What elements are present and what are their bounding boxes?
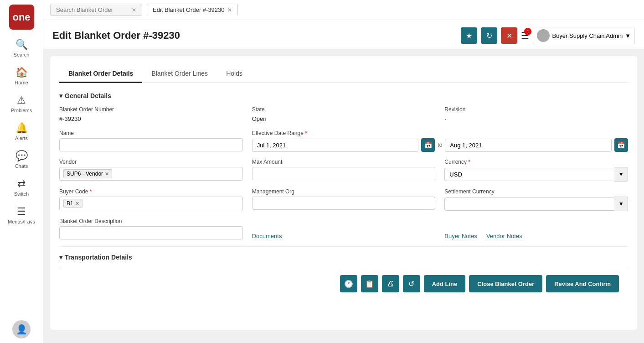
print-button[interactable]: 🖨	[382, 275, 399, 292]
app-logo[interactable]: one	[9, 5, 34, 30]
blanket-order-desc-input[interactable]	[59, 226, 243, 239]
management-org-label: Management Org	[252, 188, 436, 195]
page-title: Edit Blanket Order #-39230	[52, 30, 180, 42]
buyer-code-tag: B1 ✕	[63, 199, 82, 208]
header-actions: ★ ↻ ✕ ☰ 1 Buyer Supply Chain Admin ▼	[461, 27, 635, 44]
settlement-currency-input[interactable]	[444, 197, 614, 211]
tab-blanket-order-lines[interactable]: Blanket Order Lines	[142, 65, 217, 83]
revision-label: Revision	[444, 106, 628, 113]
close-button[interactable]: ✕	[501, 27, 517, 44]
active-tab[interactable]: Edit Blanket Order #-39230 ✕	[147, 4, 238, 16]
tab-blanket-order-details[interactable]: Blanket Order Details	[59, 65, 142, 83]
transport-chevron-icon: ▾	[59, 254, 62, 261]
notification-badge: 1	[524, 28, 531, 35]
field-notes: Buyer Notes Vendor Notes	[444, 218, 628, 239]
copy-button[interactable]: 📋	[361, 275, 378, 292]
buyer-notes-link[interactable]: Buyer Notes	[444, 233, 477, 239]
sidebar-item-search[interactable]: 🔍 Search	[0, 34, 43, 62]
search-blanket-input[interactable]	[56, 6, 129, 13]
vendor-notes-link[interactable]: Vendor Notes	[486, 233, 522, 239]
documents-link[interactable]: Documents	[252, 233, 436, 239]
tabs-nav: Blanket Order Details Blanket Order Line…	[59, 65, 628, 83]
name-input[interactable]	[59, 138, 243, 151]
home-icon: 🏠	[15, 67, 28, 78]
blanket-order-desc-label: Blanket Order Description	[59, 218, 243, 224]
date-to-input[interactable]	[445, 139, 612, 152]
settlement-currency-dropdown-btn[interactable]: ▼	[614, 197, 628, 211]
tab-holds[interactable]: Holds	[217, 65, 252, 83]
field-blanket-order-number: Blanket Order Number #-39230	[59, 106, 243, 123]
bottom-toolbar: 🕐 📋 🖨 ↺ Add Line Close Blanket Order Rev…	[59, 268, 628, 299]
field-management-org: Management Org	[252, 188, 436, 211]
search-icon: 🔍	[15, 39, 28, 51]
favorite-button[interactable]: ★	[461, 27, 477, 44]
field-buyer-code: Buyer Code * B1 ✕	[59, 188, 243, 211]
form-row-1: Blanket Order Number #-39230 State Open …	[59, 106, 628, 123]
currency-dropdown-btn[interactable]: ▼	[614, 167, 628, 182]
user-dropdown[interactable]: Buyer Supply Chain Admin ▼	[533, 27, 635, 44]
user-avatar[interactable]: 👤	[12, 320, 31, 338]
sidebar: one 🔍 Search 🏠 Home ⚠ Problems 🔔 Alerts …	[0, 0, 43, 343]
sidebar-item-chats[interactable]: 💬 Chats	[0, 146, 43, 173]
field-documents: Documents	[252, 218, 436, 239]
currency-label: Currency *	[444, 159, 628, 165]
calendar-from-icon[interactable]: 📅	[421, 138, 435, 152]
general-details-section-header[interactable]: ▾ General Details	[59, 92, 628, 99]
chevron-down-icon: ▾	[59, 92, 62, 99]
management-org-input[interactable]	[252, 197, 436, 210]
history-button[interactable]: 🕐	[340, 275, 357, 292]
search-tab[interactable]: ✕	[50, 4, 142, 16]
to-label: to	[438, 142, 442, 148]
revision-value: -	[444, 114, 628, 123]
problems-icon: ⚠	[17, 94, 26, 106]
sidebar-item-problems[interactable]: ⚠ Problems	[0, 90, 43, 118]
chats-icon: 💬	[15, 150, 28, 162]
form-row-3: Vendor SUP6 - Vendor ✕ Max Amount Curren…	[59, 159, 628, 182]
field-revision: Revision -	[444, 106, 628, 123]
sidebar-item-switch[interactable]: ⇄ Switch	[0, 173, 43, 201]
dropdown-chevron-icon: ▼	[625, 32, 631, 39]
form-row-4: Buyer Code * B1 ✕ Management Org	[59, 188, 628, 211]
menu-button[interactable]: ☰ 1	[521, 30, 529, 41]
field-effective-date-range: Effective Date Range * 📅 to 📅	[252, 130, 628, 152]
sidebar-item-menus[interactable]: ☰ Menus/Favs	[0, 201, 43, 229]
field-state: State Open	[252, 106, 436, 123]
vendor-tag-input[interactable]: SUP6 - Vendor ✕	[59, 167, 243, 181]
topbar: ✕ Edit Blanket Order #-39230 ✕	[43, 0, 644, 20]
main-content: ✕ Edit Blanket Order #-39230 ✕ Edit Blan…	[43, 0, 644, 343]
form-row-2: Name Effective Date Range * 📅 to 📅	[59, 130, 628, 152]
transportation-details-section-header[interactable]: ▾ Transportation Details	[59, 254, 628, 261]
buyer-code-tag-remove[interactable]: ✕	[75, 201, 79, 207]
field-settlement-currency: Settlement Currency ▼	[444, 188, 628, 211]
sidebar-item-alerts[interactable]: 🔔 Alerts	[0, 118, 43, 146]
effective-date-range-label: Effective Date Range *	[252, 130, 628, 136]
content-card: Blanket Order Details Blanket Order Line…	[50, 56, 637, 330]
active-tab-close-icon[interactable]: ✕	[227, 7, 232, 13]
name-label: Name	[59, 130, 243, 136]
undo-button[interactable]: ↺	[403, 275, 420, 292]
vendor-tag-remove[interactable]: ✕	[105, 171, 109, 177]
user-avatar-small	[537, 29, 550, 42]
vendor-tag: SUP6 - Vendor ✕	[63, 169, 112, 178]
field-blanket-order-desc: Blanket Order Description	[59, 218, 243, 239]
buyer-code-label: Buyer Code *	[59, 188, 243, 195]
field-name: Name	[59, 130, 243, 152]
field-max-amount: Max Amount	[252, 159, 436, 182]
refresh-button[interactable]: ↻	[481, 27, 497, 44]
close-blanket-order-button[interactable]: Close Blanket Order	[469, 275, 542, 292]
switch-icon: ⇄	[17, 178, 26, 190]
currency-input[interactable]	[444, 168, 614, 181]
revise-and-confirm-button[interactable]: Revise And Confirm	[546, 275, 619, 292]
vendor-label: Vendor	[59, 159, 243, 165]
alerts-icon: 🔔	[15, 122, 28, 134]
buyer-code-tag-input[interactable]: B1 ✕	[59, 197, 243, 210]
state-value: Open	[252, 114, 436, 123]
calendar-to-icon[interactable]: 📅	[614, 138, 628, 152]
search-tab-close-icon[interactable]: ✕	[132, 7, 136, 13]
content-area: Blanket Order Details Blanket Order Line…	[43, 49, 644, 343]
sidebar-item-home[interactable]: 🏠 Home	[0, 62, 43, 90]
add-line-button[interactable]: Add Line	[424, 275, 466, 292]
blanket-order-number-label: Blanket Order Number	[59, 106, 243, 113]
date-from-input[interactable]	[252, 139, 419, 152]
max-amount-input[interactable]	[252, 167, 436, 180]
